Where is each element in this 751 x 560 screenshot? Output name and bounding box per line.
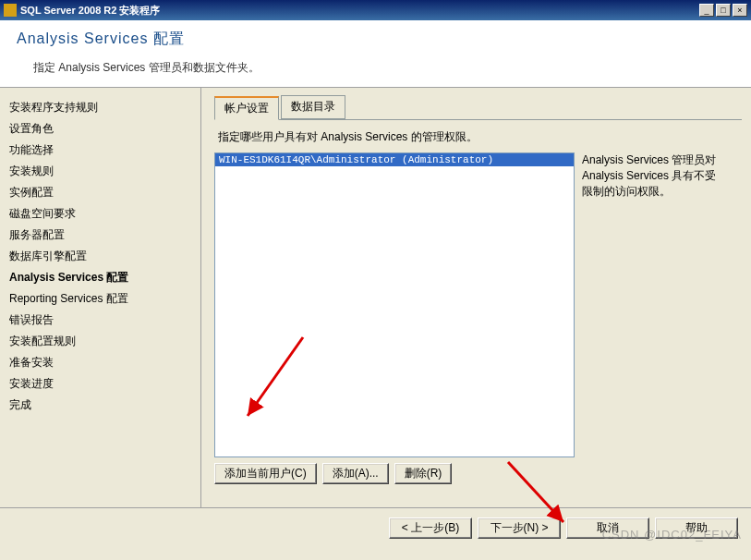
sidebar-item-4[interactable]: 实例配置 <box>9 182 193 203</box>
titlebar: SQL Server 2008 R2 安装程序 _ □ × <box>0 0 751 20</box>
add-button[interactable]: 添加(A)... <box>322 463 389 484</box>
page-title: Analysis Services 配置 <box>17 30 734 49</box>
back-button[interactable]: < 上一步(B) <box>389 517 472 539</box>
sidebar-item-11[interactable]: 安装配置规则 <box>9 331 193 352</box>
page-subtitle: 指定 Analysis Services 管理员和数据文件夹。 <box>33 60 734 76</box>
sidebar-item-10[interactable]: 错误报告 <box>9 310 193 331</box>
tab-strip: 帐户设置数据目录 <box>214 95 742 120</box>
window-title: SQL Server 2008 R2 安装程序 <box>20 4 699 18</box>
close-button[interactable]: × <box>733 4 747 17</box>
sidebar-item-13[interactable]: 安装进度 <box>9 373 193 395</box>
sidebar-item-3[interactable]: 安装规则 <box>9 161 193 182</box>
main-area: 安装程序支持规则设置角色功能选择安装规则实例配置磁盘空间要求服务器配置数据库引擎… <box>0 88 751 507</box>
maximize-button[interactable]: □ <box>716 4 731 17</box>
sidebar-item-14[interactable]: 完成 <box>9 395 193 416</box>
sidebar-item-5[interactable]: 磁盘空间要求 <box>9 203 193 225</box>
sidebar-item-2[interactable]: 功能选择 <box>9 140 193 161</box>
tab-0[interactable]: 帐户设置 <box>214 96 279 120</box>
list-button-row: 添加当前用户(C) 添加(A)... 删除(R) <box>214 463 742 484</box>
content-pane: 帐户设置数据目录 指定哪些用户具有对 Analysis Services 的管理… <box>201 88 751 507</box>
admin-listbox[interactable]: WIN-ES1DK61I4QR\Administrator (Administr… <box>214 152 575 457</box>
sidebar-item-12[interactable]: 准备安装 <box>9 352 193 373</box>
add-current-user-button[interactable]: 添加当前用户(C) <box>214 463 317 484</box>
wizard-footer: < 上一步(B) 下一步(N) > 取消 帮助 <box>0 507 751 548</box>
sidebar-item-9[interactable]: Reporting Services 配置 <box>9 288 193 310</box>
step-sidebar: 安装程序支持规则设置角色功能选择安装规则实例配置磁盘空间要求服务器配置数据库引擎… <box>0 88 201 507</box>
next-button[interactable]: 下一步(N) > <box>478 517 561 539</box>
window-controls: _ □ × <box>699 4 747 17</box>
sidebar-item-1[interactable]: 设置角色 <box>9 118 193 140</box>
tab-description: 指定哪些用户具有对 Analysis Services 的管理权限。 <box>218 129 742 145</box>
tab-1[interactable]: 数据目录 <box>281 95 345 119</box>
minimize-button[interactable]: _ <box>699 4 714 17</box>
page-header: Analysis Services 配置 指定 Analysis Service… <box>0 20 751 88</box>
app-icon <box>4 4 17 17</box>
tab-body: WIN-ES1DK61I4QR\Administrator (Administr… <box>214 152 742 457</box>
help-button[interactable]: 帮助 <box>655 517 738 539</box>
admin-hint: Analysis Services 管理员对 Analysis Services… <box>582 152 721 457</box>
cancel-button[interactable]: 取消 <box>566 517 649 539</box>
sidebar-item-6[interactable]: 服务器配置 <box>9 225 193 246</box>
sidebar-item-8[interactable]: Analysis Services 配置 <box>9 267 193 288</box>
remove-button[interactable]: 删除(R) <box>394 463 453 484</box>
sidebar-item-7[interactable]: 数据库引擎配置 <box>9 246 193 267</box>
sidebar-item-0[interactable]: 安装程序支持规则 <box>9 97 193 118</box>
admin-item-0[interactable]: WIN-ES1DK61I4QR\Administrator (Administr… <box>215 153 574 166</box>
